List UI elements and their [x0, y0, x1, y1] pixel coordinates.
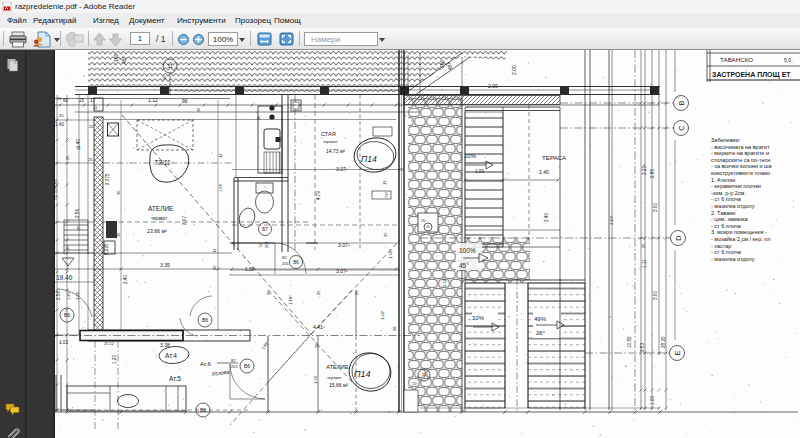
svg-text:30: 30: [196, 107, 201, 112]
svg-text:30: 30: [256, 115, 261, 120]
svg-text:3.00: 3.00: [653, 203, 658, 212]
svg-text:- хастар: - хастар: [711, 243, 731, 249]
svg-text:28.20: 28.20: [661, 336, 666, 348]
svg-text:3.53: 3.53: [640, 343, 645, 352]
svg-text:3.23⁵: 3.23⁵: [642, 164, 647, 175]
svg-text:ЗАСТРОЕНА ПЛОЩ ЕТ: ЗАСТРОЕНА ПЛОЩ ЕТ: [712, 71, 791, 79]
svg-text:16: 16: [162, 75, 167, 80]
svg-text:1.18⁵: 1.18⁵: [288, 295, 293, 305]
svg-text:15,66 м²: 15,66 м²: [329, 382, 348, 388]
svg-text:12: 12: [382, 180, 387, 185]
svg-text:1.20: 1.20: [66, 291, 71, 300]
svg-text:Забележки:: Забележки:: [711, 137, 741, 143]
svg-text:2.56: 2.56: [56, 291, 61, 300]
svg-text:14,73 м²: 14,73 м²: [326, 148, 345, 154]
svg-text:15¹⁷: 15¹⁷: [412, 382, 419, 386]
svg-text:1.00: 1.00: [650, 396, 655, 405]
svg-text:1.20: 1.20: [112, 355, 117, 364]
svg-text:10.82: 10.82: [627, 336, 632, 348]
svg-text:Ат.5: Ат.5: [169, 375, 181, 382]
svg-text:100%: 100%: [459, 247, 476, 254]
svg-text:25: 25: [383, 232, 388, 237]
svg-text:АТЕЛИЕ: АТЕЛИЕ: [148, 205, 174, 212]
svg-text:1.40: 1.40: [55, 122, 64, 127]
svg-text:25 12: 25 12: [104, 341, 115, 346]
svg-text:25: 25: [76, 225, 81, 230]
svg-text:ТАВАНСКО: ТАВАНСКО: [720, 56, 753, 63]
svg-text:- мерките на вратите и: - мерките на вратите и: [711, 150, 769, 156]
svg-text:2.56: 2.56: [75, 209, 80, 218]
svg-text:- ст 6 плоча: - ст 6 плоча: [711, 196, 742, 202]
svg-text:100: 100: [439, 59, 445, 68]
svg-text:12: 12: [212, 248, 217, 253]
svg-text:С: С: [677, 125, 686, 131]
svg-text:В6: В6: [244, 363, 250, 369]
svg-text:45°: 45°: [447, 62, 453, 70]
svg-text:3.23⁵: 3.23⁵: [609, 215, 614, 225]
svg-text:- ст 6 плоча: - ст 6 плоча: [711, 223, 742, 229]
svg-text:2.00: 2.00: [488, 83, 498, 89]
svg-text:25: 25: [76, 145, 81, 150]
svg-text:25: 25: [641, 243, 646, 248]
svg-text:В: В: [677, 100, 686, 105]
svg-text:1.06: 1.06: [75, 291, 80, 300]
svg-text:25: 25: [89, 124, 94, 129]
svg-text:2.00: 2.00: [511, 65, 517, 75]
svg-text:12: 12: [218, 153, 223, 158]
svg-text:2.85: 2.85: [650, 169, 655, 178]
svg-text:- за всички колони и ша: - за всички колони и ша: [711, 163, 772, 169]
svg-text:-зим. р-р 2см: -зим. р-р 2см: [711, 190, 745, 196]
svg-text:28: 28: [392, 326, 397, 331]
svg-text:9.22⁵: 9.22⁵: [442, 277, 447, 287]
svg-text:В6: В6: [64, 312, 70, 318]
svg-text:25: 25: [65, 245, 70, 250]
svg-text:49%: 49%: [534, 316, 547, 322]
svg-text:2.375: 2.375: [105, 173, 110, 185]
svg-text:П14: П14: [354, 369, 371, 379]
svg-text:26¹: 26¹: [314, 341, 319, 348]
svg-text:1.58: 1.58: [218, 183, 223, 192]
svg-text:Ат.4: Ат.4: [165, 352, 177, 359]
svg-text:3.00: 3.00: [653, 291, 658, 300]
svg-text:1.11: 1.11: [642, 259, 647, 268]
svg-text:- ст 6 плоча: - ст 6 плоча: [711, 249, 742, 255]
svg-text:3.35: 3.35: [160, 262, 170, 268]
svg-text:2. Тавани: 2. Тавани: [711, 210, 735, 216]
svg-text:- височината на вратит: - височината на вратит: [711, 144, 770, 150]
svg-text:26°: 26°: [536, 330, 546, 336]
svg-text:Е: Е: [673, 350, 682, 355]
svg-text:- мазилка отдолу: - мазилка отдолу: [711, 203, 755, 209]
svg-text:25: 25: [88, 157, 93, 162]
svg-text:73⁵: 73⁵: [384, 191, 389, 198]
svg-text:45°: 45°: [459, 262, 469, 269]
svg-text:201: 201: [282, 261, 290, 266]
svg-text:ПО ТЕРЕНЗ: ПО ТЕРЕНЗ: [54, 179, 58, 200]
svg-text:23.66 м²: 23.66 м²: [147, 228, 167, 234]
svg-text:25: 25: [79, 98, 85, 103]
svg-text:15¹⁷: 15¹⁷: [421, 219, 428, 223]
svg-text:17: 17: [90, 98, 96, 103]
svg-text:теракот: теракот: [327, 375, 342, 380]
svg-text:25: 25: [57, 96, 62, 101]
svg-text:столарските са по-тесн: столарските са по-тесн: [711, 157, 770, 163]
svg-text:60: 60: [63, 98, 69, 103]
svg-text:82: 82: [282, 255, 287, 260]
svg-text:1.02: 1.02: [59, 340, 68, 345]
svg-text:1.43¹: 1.43¹: [380, 310, 385, 320]
svg-text:- мозайка 2 см / кер. пл: - мозайка 2 см / кер. пл: [711, 236, 770, 242]
svg-text:72: 72: [258, 243, 263, 248]
svg-text:4.79: 4.79: [316, 191, 321, 200]
svg-text:В6: В6: [202, 317, 208, 323]
svg-text:19.40: 19.40: [56, 274, 73, 281]
svg-text:В6: В6: [293, 260, 299, 265]
svg-text:5,0: 5,0: [784, 57, 791, 63]
svg-text:Ат.6: Ат.6: [200, 361, 212, 367]
svg-text:1.00: 1.00: [475, 169, 484, 174]
svg-text:4.41⁵: 4.41⁵: [313, 324, 325, 330]
svg-text:11: 11: [426, 225, 430, 229]
svg-text:Б7: Б7: [262, 227, 268, 232]
svg-text:2.40: 2.40: [539, 169, 549, 175]
svg-text:2.40: 2.40: [123, 275, 128, 284]
svg-text:25: 25: [59, 113, 64, 118]
svg-text:2.40: 2.40: [544, 213, 549, 222]
